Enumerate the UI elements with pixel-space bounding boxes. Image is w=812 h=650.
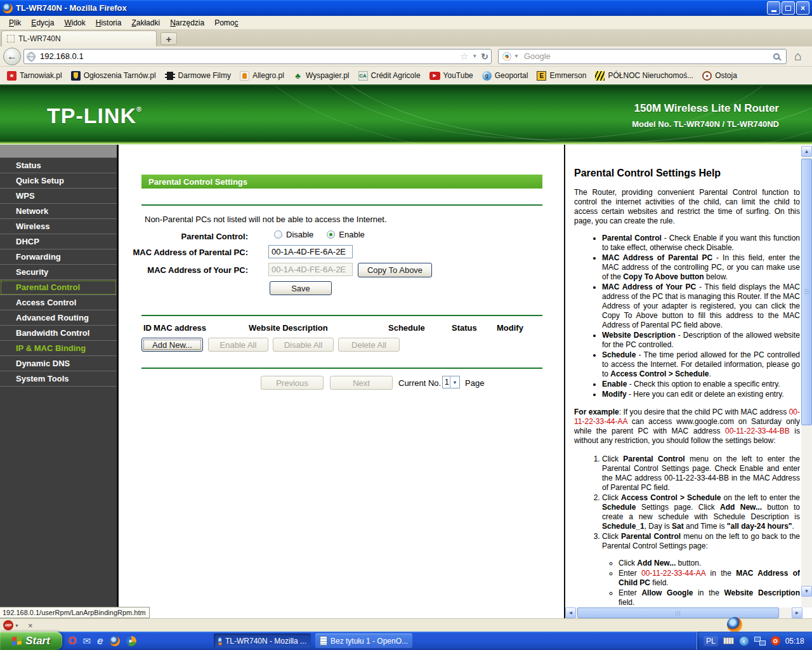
sidebar-item-ip-mac-binding[interactable]: IP & MAC Binding [0,341,117,356]
sidebar-item-access-control[interactable]: Access Control [0,295,117,310]
menu-widok[interactable]: Widok [59,17,90,29]
previous-button[interactable]: Previous [261,376,324,390]
add-new-button[interactable]: Add New... [141,338,203,352]
task-firefox[interactable]: TL-WR740N - Mozilla ... [214,633,311,648]
search-bar[interactable]: ▼ Google [498,49,787,64]
disable-all-button[interactable]: Disable All [273,338,334,352]
delete-all-button[interactable]: Delete All [338,338,400,352]
sidebar-item-parental-control[interactable]: Parental Control [0,280,117,295]
model-number: Model No. TL-WR740N / TL-WR740ND [632,119,779,129]
parental-mac-input[interactable] [268,245,353,258]
sidebar-item-forwarding[interactable]: Forwarding [0,249,117,265]
bookmark-geoportal[interactable]: gGeoportal [479,70,532,82]
bookmark-star-icon[interactable]: ☆ [460,51,468,62]
sidebar-top-strip [0,145,117,158]
sidebar-item-dynamic-dns[interactable]: Dynamic DNS [0,356,117,371]
task-openoffice[interactable]: Bez tytułu 1 - OpenO... [315,633,412,648]
sidebar-item-network[interactable]: Network [0,204,117,219]
minimize-button[interactable] [767,1,780,15]
url-dropdown-icon[interactable]: ▼ [472,53,477,59]
network-tray-icon[interactable] [754,637,766,646]
home-button[interactable]: ⌂ [794,49,802,63]
bookmark-ostoja[interactable]: ●Ostoja [699,70,740,82]
help-bullet: MAC Address of Parental PC - In this fie… [602,253,800,282]
sidebar-item-status[interactable]: Status [0,158,117,173]
menu-historia[interactable]: Historia [91,17,127,29]
bookmark-credit-agricole[interactable]: CACrédit Agricole [355,70,424,82]
palm-tree-icon: ♣ [293,71,303,81]
bookmark-tarnowiak[interactable]: ★Tarnowiak.pl [4,70,65,82]
enable-radio[interactable] [327,230,335,239]
vertical-scroll-thumb[interactable] [801,159,812,425]
opera-tray-icon[interactable]: O [771,636,780,646]
back-button[interactable]: ← [3,48,21,65]
url-bar[interactable]: 192.168.0.1 ☆ ▼ ↻ [23,49,492,64]
sidebar-item-security[interactable]: Security [0,265,117,280]
help-bullet: Enable - Check this option to enable a s… [602,380,800,389]
select-arrow-icon[interactable]: ▼ [450,376,459,388]
sidebar-item-dhcp[interactable]: DHCP [0,234,117,249]
adblock-plus-icon[interactable]: ABP [3,620,13,630]
page-select[interactable]: 1 ▼ [442,376,460,388]
enable-all-button[interactable]: Enable All [208,338,268,352]
parental-mac-label: MAC Address of Parental PC: [119,248,248,257]
menu-pomoc[interactable]: Pomoc [209,17,243,29]
hide-icons-chevron-icon[interactable]: ‹ [739,636,749,646]
search-placeholder[interactable]: Google [524,51,773,61]
keyboard-layout-icon[interactable] [723,637,734,644]
menu-zakladki[interactable]: Zakładki [126,17,165,29]
internet-explorer-icon[interactable]: e [97,635,103,647]
bookmark-youtube[interactable]: ▶YouTube [426,70,476,81]
start-button[interactable]: Start [0,632,62,650]
next-button[interactable]: Next [330,376,393,390]
url-text[interactable]: 192.168.0.1 [40,51,460,61]
save-button[interactable]: Save [270,281,332,295]
addon-bar-close-button[interactable]: × [28,621,33,630]
sidebar-item-system-tools[interactable]: System Tools [0,371,117,387]
bookmark-emmerson[interactable]: EEmmerson [534,70,589,82]
reload-icon[interactable]: ↻ [481,51,488,62]
disable-radio-label[interactable]: Disable [286,230,313,239]
sidebar-item-quick-setup[interactable]: Quick Setup [0,173,117,189]
copy-to-above-button[interactable]: Copy To Above [358,263,432,277]
help-content: Parental Control Settings Help The Route… [574,168,800,607]
bookmark-darmowe-filmy[interactable]: Darmowe Filmy [162,70,234,81]
divider [141,204,542,206]
bookmark-ogloszenia-tarnow[interactable]: Ogłoszenia Tarnów.pl [68,70,159,82]
search-magnifier-icon[interactable] [773,53,780,60]
disable-radio[interactable] [274,230,282,239]
outlook-express-icon[interactable]: ✉ [82,635,91,647]
divider [141,368,542,369]
adblock-dropdown-icon[interactable]: ▼ [15,623,19,628]
scroll-up-icon[interactable]: ▲ [801,146,812,157]
scroll-left-icon[interactable]: ◄ [565,607,576,618]
sidebar-item-wireless[interactable]: Wireless [0,219,117,234]
bookmark-allegro[interactable]: Allegro.pl [237,70,287,82]
close-button[interactable]: × [796,1,809,15]
scroll-right-icon[interactable]: ► [792,607,802,618]
menu-plik[interactable]: Plik [4,17,26,29]
help-vertical-scrollbar[interactable]: ▲ ▼ [801,146,812,607]
sidebar-item-advanced-routing[interactable]: Advanced Routing [0,310,117,326]
bookmarks-toolbar: ★Tarnowiak.pl Ogłoszenia Tarnów.pl Darmo… [0,67,812,86]
bookmark-wyspagier[interactable]: ♣Wyspagier.pl [290,70,353,82]
enable-radio-label[interactable]: Enable [339,230,364,239]
opera-quicklaunch-icon[interactable]: O [69,635,76,647]
sidebar-item-bandwidth-control[interactable]: Bandwidth Control [0,326,117,341]
allegro-hand-icon [240,71,249,81]
new-tab-button[interactable]: + [160,32,177,45]
help-horizontal-scrollbar[interactable]: ◄ ► [565,607,802,618]
tab-tl-wr740n[interactable]: TL-WR740N [1,30,157,46]
horizontal-scroll-thumb[interactable] [577,607,779,618]
tarnow-crest-icon [71,71,81,81]
menu-edycja[interactable]: Edycja [26,17,59,29]
menu-narzedzia[interactable]: Narzędzia [165,17,209,29]
sidebar-item-wps[interactable]: WPS [0,189,117,204]
bookmark-polnoc[interactable]: PÓŁNOC Nieruchomoś... [592,70,697,82]
language-indicator[interactable]: PL [704,636,718,646]
search-engine-dropdown-icon[interactable]: ▼ [514,53,519,59]
media-player-icon[interactable]: ▶ [126,636,136,646]
restore-button[interactable] [782,1,795,15]
firefox-quicklaunch-icon[interactable] [110,636,120,646]
scroll-down-icon[interactable]: ▼ [801,586,812,597]
